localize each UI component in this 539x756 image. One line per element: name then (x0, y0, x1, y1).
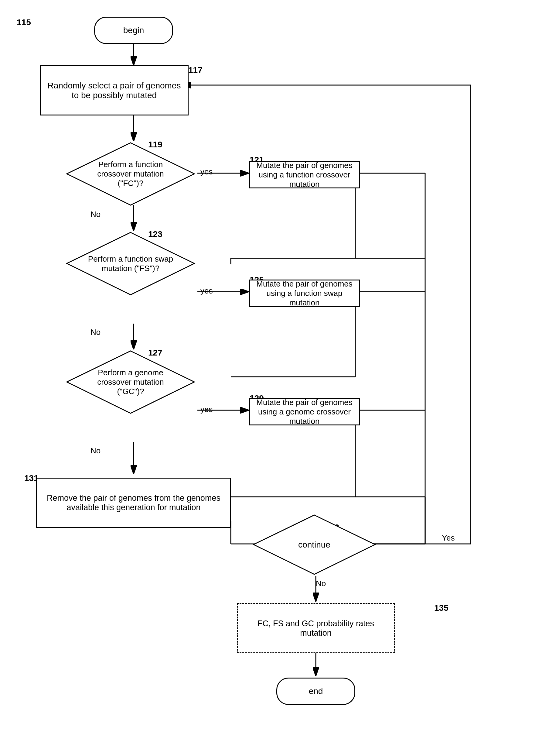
no-label-133: No (316, 579, 326, 588)
no-label-119: No (91, 210, 101, 219)
node-131-text: Remove the pair of genomes from the geno… (41, 493, 226, 512)
node-135-text: FC, FS and GC probability rates mutation (242, 619, 389, 638)
no-label-123: No (91, 328, 101, 337)
diamond-123: Perform a function swap mutation ("FS")? (65, 231, 196, 296)
yes-label-127: yes (200, 405, 212, 414)
begin-node: begin (94, 17, 173, 44)
node-135: FC, FS and GC probability rates mutation (237, 603, 395, 653)
diamond-127: Perform a genome crossover mutation ("GC… (65, 349, 196, 415)
diamond-119-text: Perform a function crossover mutation ("… (84, 160, 178, 188)
yes-label-123: yes (200, 286, 212, 295)
label-135: 135 (434, 603, 448, 613)
node-131: Remove the pair of genomes from the geno… (36, 478, 231, 528)
node-117: Randomly select a pair of genomes to be … (40, 65, 189, 116)
diamond-119: Perform a function crossover mutation ("… (65, 141, 196, 207)
yes-label-119: yes (200, 167, 212, 177)
diamond-123-text: Perform a function swap mutation ("FS")? (84, 254, 178, 273)
end-node: end (276, 678, 355, 705)
end-label: end (309, 686, 323, 696)
no-label-127: No (91, 446, 101, 456)
node-125: Mutate the pair of genomes using a funct… (249, 280, 360, 307)
node-121-text: Mutate the pair of genomes using a funct… (253, 161, 356, 189)
label-115: 115 (17, 18, 31, 27)
node-121: Mutate the pair of genomes using a funct… (249, 161, 360, 188)
yes-label-133: Yes (442, 533, 455, 543)
node-129-text: Mutate the pair of genomes using a genom… (253, 398, 356, 426)
node-117-text: Randomly select a pair of genomes to be … (45, 81, 183, 100)
diamond-133-text: continue (298, 540, 330, 550)
node-129: Mutate the pair of genomes using a genom… (249, 398, 360, 425)
begin-label: begin (123, 26, 144, 35)
node-125-text: Mutate the pair of genomes using a funct… (253, 279, 356, 307)
label-117: 117 (188, 65, 202, 75)
diagram: 115 begin 117 Randomly select a pair of … (0, 0, 539, 756)
diamond-133: continue (252, 514, 377, 576)
diamond-127-text: Perform a genome crossover mutation ("GC… (84, 368, 178, 396)
